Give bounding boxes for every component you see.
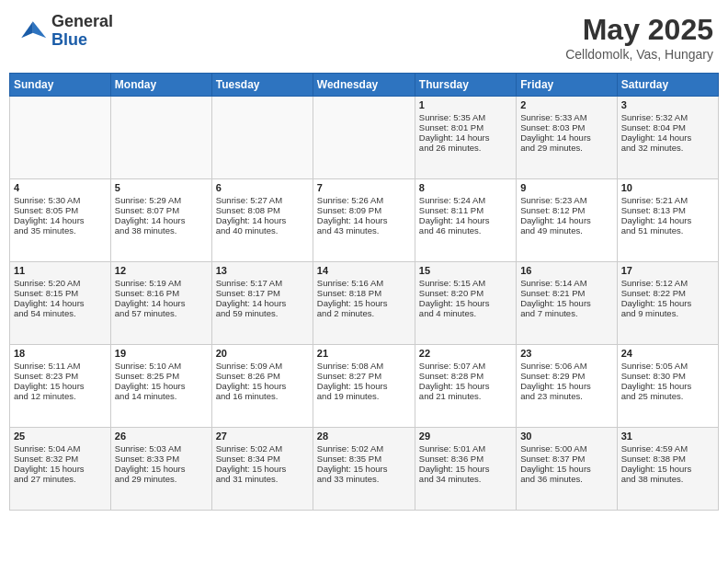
calendar-cell — [313, 97, 415, 179]
calendar-cell: 21Sunrise: 5:08 AMSunset: 8:27 PMDayligh… — [313, 345, 415, 428]
day-info-line: and 14 minutes. — [115, 391, 208, 401]
calendar-cell — [110, 97, 211, 179]
day-number: 6 — [216, 182, 309, 193]
day-info-line: Sunrise: 5:12 AM — [621, 278, 714, 288]
month-title: May 2025 — [565, 13, 713, 47]
day-info-line: and 43 minutes. — [317, 225, 411, 236]
calendar-cell: 3Sunrise: 5:32 AMSunset: 8:04 PMDaylight… — [617, 97, 718, 179]
day-info-line: Sunrise: 5:04 AM — [14, 443, 107, 454]
weekday-header-thursday: Thursday — [415, 74, 516, 97]
day-number: 3 — [621, 99, 714, 110]
day-info-line: and 26 minutes. — [419, 143, 512, 153]
calendar-cell: 23Sunrise: 5:06 AMSunset: 8:29 PMDayligh… — [517, 345, 617, 428]
day-info-line: and 36 minutes. — [520, 474, 612, 484]
day-number: 19 — [115, 348, 208, 359]
calendar-cell — [10, 97, 111, 179]
day-info-line: Daylight: 15 hours — [115, 464, 208, 474]
day-info-line: Daylight: 15 hours — [520, 464, 612, 474]
day-info-line: and 4 minutes. — [419, 308, 512, 318]
day-info-line: and 29 minutes. — [115, 474, 208, 484]
day-info-line: Daylight: 14 hours — [520, 215, 612, 225]
day-number: 15 — [419, 265, 512, 276]
day-info-line: Sunrise: 5:02 AM — [317, 443, 411, 454]
day-info-line: Daylight: 14 hours — [14, 215, 107, 225]
day-info-line: Daylight: 14 hours — [115, 215, 208, 225]
weekday-header-sunday: Sunday — [10, 74, 111, 97]
day-number: 7 — [317, 182, 411, 193]
day-info-line: Sunset: 8:04 PM — [621, 122, 714, 132]
day-number: 25 — [14, 431, 107, 442]
calendar-cell: 25Sunrise: 5:04 AMSunset: 8:32 PMDayligh… — [10, 428, 111, 511]
day-info-line: and 7 minutes. — [520, 308, 612, 318]
day-info-line: Daylight: 14 hours — [419, 215, 512, 225]
day-info-line: and 49 minutes. — [520, 225, 612, 236]
weekday-header-saturday: Saturday — [617, 74, 718, 97]
day-number: 4 — [14, 182, 107, 193]
day-number: 13 — [216, 265, 309, 276]
calendar-week-row: 4Sunrise: 5:30 AMSunset: 8:05 PMDaylight… — [10, 179, 719, 262]
day-info-line: Sunset: 8:01 PM — [419, 122, 512, 132]
day-info-line: Sunrise: 5:09 AM — [216, 361, 309, 371]
day-number: 12 — [115, 265, 208, 276]
day-info-line: Sunset: 8:16 PM — [115, 288, 208, 298]
calendar-cell: 18Sunrise: 5:11 AMSunset: 8:23 PMDayligh… — [10, 345, 111, 428]
day-info-line: Sunset: 8:15 PM — [14, 288, 107, 298]
day-info-line: Sunrise: 5:26 AM — [317, 195, 411, 205]
calendar-week-row: 1Sunrise: 5:35 AMSunset: 8:01 PMDaylight… — [10, 97, 719, 179]
day-info-line: Sunset: 8:28 PM — [419, 371, 512, 381]
day-info-line: Sunset: 8:22 PM — [621, 288, 714, 298]
day-info-line: Daylight: 14 hours — [216, 298, 309, 308]
day-info-line: Sunset: 8:05 PM — [14, 205, 107, 215]
calendar-cell: 11Sunrise: 5:20 AMSunset: 8:15 PMDayligh… — [10, 262, 111, 345]
day-info-line: Sunrise: 5:02 AM — [216, 443, 309, 454]
day-info-line: Sunset: 8:17 PM — [216, 288, 309, 298]
day-info-line: Sunrise: 5:10 AM — [115, 361, 208, 371]
day-info-line: Daylight: 14 hours — [621, 215, 714, 225]
day-info-line: Daylight: 14 hours — [419, 132, 512, 143]
day-info-line: Sunset: 8:18 PM — [317, 288, 411, 298]
day-info-line: and 46 minutes. — [419, 225, 512, 236]
weekday-header-friday: Friday — [517, 74, 617, 97]
day-info-line: Sunrise: 5:33 AM — [520, 112, 612, 122]
day-info-line: and 33 minutes. — [317, 474, 411, 484]
day-info-line: and 40 minutes. — [216, 225, 309, 236]
day-number: 20 — [216, 348, 309, 359]
day-info-line: and 57 minutes. — [115, 308, 208, 318]
day-info-line: and 25 minutes. — [621, 391, 714, 401]
day-info-line: and 38 minutes. — [115, 225, 208, 236]
day-info-line: Daylight: 15 hours — [317, 381, 411, 391]
day-info-line: and 34 minutes. — [419, 474, 512, 484]
day-number: 8 — [419, 182, 512, 193]
day-info-line: Sunset: 8:11 PM — [419, 205, 512, 215]
calendar-cell: 8Sunrise: 5:24 AMSunset: 8:11 PMDaylight… — [415, 179, 516, 262]
day-info-line: Sunrise: 5:15 AM — [419, 278, 512, 288]
day-info-line: Sunset: 8:32 PM — [14, 454, 107, 464]
day-number: 28 — [317, 431, 411, 442]
day-info-line: Sunrise: 5:27 AM — [216, 195, 309, 205]
calendar-week-row: 25Sunrise: 5:04 AMSunset: 8:32 PMDayligh… — [10, 428, 719, 511]
day-info-line: Sunrise: 5:20 AM — [14, 278, 107, 288]
day-info-line: Sunrise: 5:05 AM — [621, 361, 714, 371]
day-info-line: Sunset: 8:35 PM — [317, 454, 411, 464]
calendar-cell: 7Sunrise: 5:26 AMSunset: 8:09 PMDaylight… — [313, 179, 415, 262]
day-number: 24 — [621, 348, 714, 359]
day-number: 11 — [14, 265, 107, 276]
location-subtitle: Celldomolk, Vas, Hungary — [565, 47, 713, 62]
day-info-line: Daylight: 15 hours — [115, 381, 208, 391]
day-info-line: Sunset: 8:07 PM — [115, 205, 208, 215]
day-info-line: and 32 minutes. — [621, 143, 714, 153]
day-number: 14 — [317, 265, 411, 276]
day-info-line: Sunset: 8:21 PM — [520, 288, 612, 298]
day-info-line: and 35 minutes. — [14, 225, 107, 236]
day-number: 17 — [621, 265, 714, 276]
day-info-line: Sunset: 8:38 PM — [621, 454, 714, 464]
day-info-line: Sunset: 8:25 PM — [115, 371, 208, 381]
day-info-line: and 21 minutes. — [419, 391, 512, 401]
day-number: 2 — [520, 99, 612, 110]
day-info-line: Daylight: 15 hours — [317, 298, 411, 308]
day-info-line: Sunrise: 5:11 AM — [14, 361, 107, 371]
calendar-cell: 17Sunrise: 5:12 AMSunset: 8:22 PMDayligh… — [617, 262, 718, 345]
title-area: May 2025 Celldomolk, Vas, Hungary — [565, 13, 713, 62]
calendar-cell: 16Sunrise: 5:14 AMSunset: 8:21 PMDayligh… — [517, 262, 617, 345]
day-info-line: and 19 minutes. — [317, 391, 411, 401]
